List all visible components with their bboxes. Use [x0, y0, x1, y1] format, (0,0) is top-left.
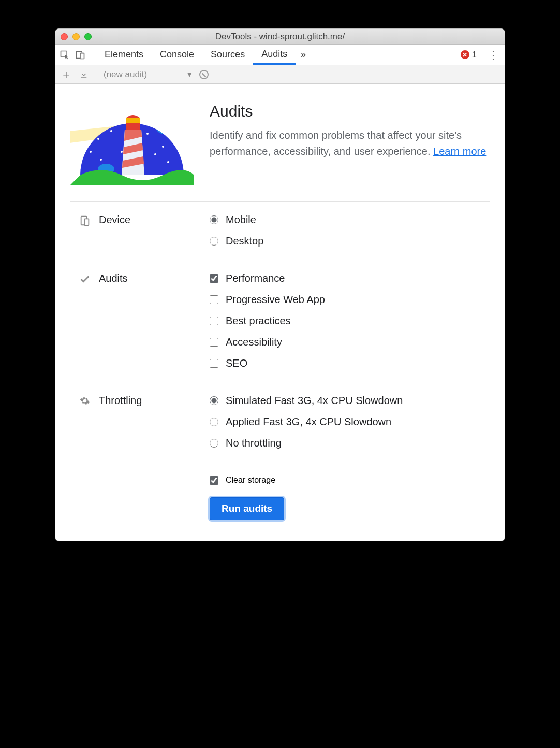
audits-panel: Audits Identify and fix common problems …	[55, 84, 505, 541]
radio-input[interactable]	[210, 215, 218, 224]
svg-point-8	[100, 159, 102, 161]
radio-input[interactable]	[210, 439, 218, 448]
hero-text: Audits Identify and fix common problems …	[210, 103, 490, 185]
svg-point-13	[175, 138, 177, 140]
hero-blurb: Identify and fix common problems that af…	[210, 127, 490, 160]
tab-label: Sources	[211, 49, 245, 60]
page-title: Audits	[210, 103, 490, 120]
svg-rect-16	[126, 123, 140, 130]
section-throttling: Throttling Simulated Fast 3G, 4x CPU Slo…	[70, 382, 490, 462]
tab-label: Audits	[261, 49, 287, 60]
zoom-window-button[interactable]	[84, 33, 92, 40]
radio-input[interactable]	[210, 396, 218, 405]
devtools-window: DevTools - wind-sprout.glitch.me/ Elemen…	[55, 28, 505, 541]
chevron-right-icon: »	[301, 49, 306, 60]
throttling-option-simulated[interactable]: Simulated Fast 3G, 4x CPU Slowdown	[210, 395, 490, 407]
window-title: DevTools - wind-sprout.glitch.me/	[55, 32, 505, 42]
tabs-overflow-button[interactable]: »	[296, 45, 311, 65]
device-icon	[79, 215, 91, 226]
section-run: Clear storage Run audits	[70, 462, 490, 523]
throttling-option-applied[interactable]: Applied Fast 3G, 4x CPU Slowdown	[210, 416, 490, 428]
audit-selector[interactable]: (new audit) ▾	[104, 69, 192, 80]
clear-storage-option[interactable]: Clear storage	[210, 476, 275, 485]
minimize-window-button[interactable]	[72, 33, 80, 40]
option-label: Accessibility	[226, 336, 282, 348]
checkbox-input[interactable]	[210, 359, 218, 368]
error-icon: ✕	[461, 50, 469, 59]
svg-point-12	[90, 151, 92, 153]
svg-point-14	[156, 123, 175, 134]
tab-console[interactable]: Console	[152, 45, 202, 65]
checkbox-input[interactable]	[210, 295, 218, 304]
svg-rect-2	[80, 53, 84, 59]
throttling-label: Throttling	[99, 395, 142, 407]
option-label: Simulated Fast 3G, 4x CPU Slowdown	[226, 395, 403, 407]
inspect-element-icon[interactable]	[60, 50, 70, 60]
run-audits-button[interactable]: Run audits	[210, 497, 284, 520]
svg-point-11	[154, 153, 156, 155]
option-label: Best practices	[226, 315, 291, 327]
option-label: Desktop	[226, 235, 263, 247]
error-count: 1	[472, 50, 477, 60]
tab-elements[interactable]: Elements	[96, 45, 152, 65]
gear-icon	[79, 396, 91, 406]
device-toolbar-icon[interactable]	[75, 50, 85, 60]
hero: Audits Identify and fix common problems …	[70, 103, 490, 201]
svg-point-7	[162, 146, 164, 148]
section-audits: Audits Performance Progressive Web App B…	[70, 260, 490, 382]
radio-input[interactable]	[210, 418, 218, 426]
option-label: SEO	[226, 357, 247, 369]
audit-option-accessibility[interactable]: Accessibility	[210, 336, 490, 348]
checkbox-input[interactable]	[210, 317, 218, 325]
clear-icon[interactable]	[199, 70, 209, 79]
panel-tabs: Elements Console Sources Audits »	[96, 45, 311, 65]
audit-option-bestpractices[interactable]: Best practices	[210, 315, 490, 327]
svg-rect-23	[84, 219, 89, 225]
tab-audits[interactable]: Audits	[253, 45, 296, 65]
audits-toolbar: ＋ (new audit) ▾	[55, 65, 505, 84]
learn-more-link[interactable]: Learn more	[433, 146, 486, 157]
device-options: Mobile Desktop	[210, 214, 490, 247]
throttling-option-none[interactable]: No throttling	[210, 437, 490, 449]
audit-option-pwa[interactable]: Progressive Web App	[210, 294, 490, 306]
throttling-options: Simulated Fast 3G, 4x CPU Slowdown Appli…	[210, 395, 490, 449]
svg-point-10	[121, 151, 123, 153]
radio-input[interactable]	[210, 237, 218, 246]
chevron-down-icon: ▾	[187, 69, 192, 80]
option-label: Progressive Web App	[226, 294, 325, 306]
option-label: No throttling	[226, 437, 282, 449]
device-option-mobile[interactable]: Mobile	[210, 214, 490, 226]
audit-option-performance[interactable]: Performance	[210, 272, 490, 284]
lighthouse-illustration	[70, 103, 194, 185]
close-window-button[interactable]	[61, 33, 68, 40]
new-audit-button[interactable]: ＋	[61, 69, 72, 80]
main-tabbar: Elements Console Sources Audits » ✕ 1 ⋮	[55, 45, 505, 65]
error-counter[interactable]: ✕ 1	[461, 50, 477, 60]
option-label: Performance	[226, 272, 285, 284]
tab-sources[interactable]: Sources	[202, 45, 253, 65]
audit-selector-label: (new audit)	[104, 69, 147, 80]
svg-point-4	[97, 138, 99, 140]
audit-option-seo[interactable]: SEO	[210, 357, 490, 369]
divider	[96, 69, 96, 80]
audits-options: Performance Progressive Web App Best pra…	[210, 272, 490, 369]
option-label: Applied Fast 3G, 4x CPU Slowdown	[226, 416, 391, 428]
svg-point-9	[167, 161, 169, 163]
more-options-button[interactable]: ⋮	[482, 49, 505, 61]
device-option-desktop[interactable]: Desktop	[210, 235, 490, 247]
checkbox-input[interactable]	[210, 338, 218, 347]
tab-label: Elements	[105, 49, 143, 60]
option-label: Clear storage	[226, 476, 275, 485]
checkbox-input[interactable]	[210, 476, 218, 485]
titlebar: DevTools - wind-sprout.glitch.me/	[55, 29, 505, 45]
tab-label: Console	[160, 49, 194, 60]
download-icon[interactable]	[79, 70, 89, 79]
hero-blurb-text: Identify and fix common problems that af…	[210, 130, 462, 157]
device-label: Device	[99, 214, 130, 226]
audits-label: Audits	[99, 272, 128, 284]
option-label: Mobile	[226, 214, 256, 226]
svg-point-5	[110, 130, 112, 132]
checkbox-input[interactable]	[210, 274, 218, 283]
svg-rect-17	[126, 118, 140, 123]
window-controls	[61, 33, 92, 40]
